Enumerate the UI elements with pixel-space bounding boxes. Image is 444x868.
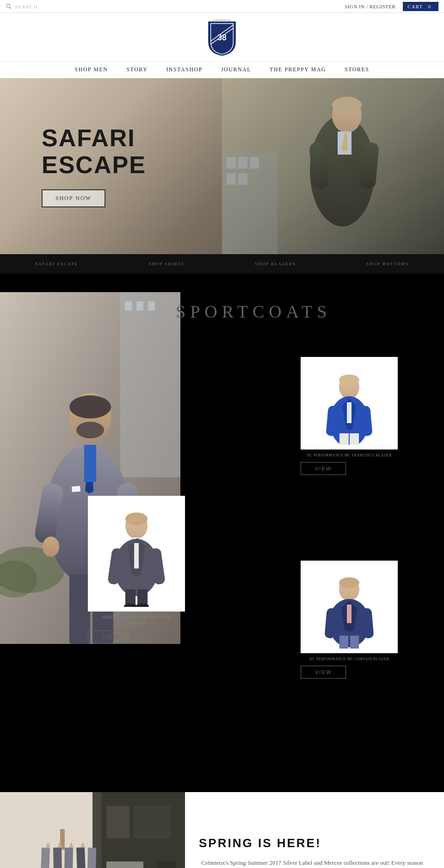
svg-rect-49: [350, 433, 359, 445]
svg-rect-17: [250, 157, 259, 169]
svg-rect-37: [69, 575, 90, 644]
hero-cta-button[interactable]: SHOP NOW: [42, 189, 105, 207]
svg-point-52: [125, 512, 148, 525]
nav-preppy-mag[interactable]: THE PREPPY MAG: [270, 66, 326, 73]
svg-rect-95: [106, 806, 130, 838]
svg-rect-16: [238, 157, 247, 169]
svg-rect-97: [106, 862, 143, 868]
hero-image: [222, 78, 444, 254]
svg-rect-33: [84, 445, 96, 482]
svg-rect-57: [134, 543, 139, 568]
nav-shop-men[interactable]: SHOP MEN: [75, 66, 108, 73]
hero-banner: SAFARI ESCAPE SHOP NOW: [0, 78, 444, 254]
svg-text:38: 38: [217, 33, 227, 42]
nav-instashop[interactable]: INSTASHOP: [166, 66, 203, 73]
main-nav: SHOP MEN STORY INSTASHOP JOURNAL THE PRE…: [0, 61, 444, 78]
svg-rect-99: [157, 862, 176, 868]
svg-rect-18: [227, 173, 236, 185]
svg-point-9: [332, 97, 362, 113]
svg-rect-48: [339, 433, 349, 445]
navy-blazer-product-image: [310, 565, 388, 649]
svg-rect-24: [148, 301, 155, 311]
svg-rect-19: [238, 173, 247, 185]
svg-rect-31: [72, 486, 80, 492]
svg-point-29: [69, 395, 111, 418]
top-bar: SEARCH SIGN IN / REGISTER CART 0: [0, 0, 444, 13]
nav-stores[interactable]: STORES: [345, 66, 369, 73]
journal-body: Crémieux's Spring Summer 2017 Silver Lab…: [199, 858, 426, 868]
brand-logo: 38 CRÉMIEUX: [206, 19, 238, 56]
top-bar-right: SIGN IN / REGISTER CART 0: [345, 2, 438, 11]
svg-rect-75: [350, 636, 359, 649]
logo-area[interactable]: 38 CRÉMIEUX: [0, 13, 444, 61]
product-card-right-2: DC PERFORMANCE MC CORSAIR BLAZER VIEW: [301, 561, 398, 679]
journal-section: LA SÉLECTION CRÉIMIEUX, FRANÇAIS ET INTE…: [0, 774, 444, 868]
category-item-shirts[interactable]: SHOP SHIRTS: [148, 262, 184, 266]
view-button-right1[interactable]: VIEW: [301, 462, 346, 475]
svg-point-66: [339, 577, 359, 588]
svg-text:CRÉMIEUX: CRÉMIEUX: [213, 19, 231, 21]
svg-rect-81: [53, 848, 62, 868]
category-item-bottoms[interactable]: SHOP BOTTOMS: [366, 262, 409, 266]
hero-title: SAFARI ESCAPE: [42, 125, 146, 178]
journal-title: SPRING IS HERE!: [199, 836, 426, 850]
grey-blazer-product-image: [95, 500, 178, 607]
category-strip: SAFARI ESCAPE SHOP SHIRTS SHOP BLAZERS S…: [0, 254, 444, 274]
cart-label: CART: [407, 4, 423, 9]
blue-blazer-product-image: [310, 362, 388, 445]
svg-rect-15: [227, 157, 236, 169]
svg-point-36: [43, 537, 59, 557]
view-button-center[interactable]: VIEW: [88, 631, 133, 643]
cart-count: 0: [426, 4, 434, 9]
journal-store-photo: LA SÉLECTION CRÉIMIEUX, FRANÇAIS ET INTE…: [0, 792, 185, 868]
product-card-center: DANIEL CRÉMIEUX FINE THE BLAZER VIEW: [88, 496, 185, 643]
nav-journal[interactable]: JOURNAL: [221, 66, 251, 73]
sportcoats-title: SPORTCOATS: [176, 292, 444, 322]
product-card-right-1: DC PERFORMANCE MC FRANCISCO BLAZER VIEW: [301, 357, 398, 475]
svg-point-0: [6, 4, 10, 7]
product-label-center: DANIEL CRÉMIEUX FINE THE BLAZER: [88, 614, 185, 626]
svg-rect-22: [125, 301, 132, 311]
hero-text-block: SAFARI ESCAPE SHOP NOW: [0, 125, 146, 207]
search-icon: [6, 3, 12, 10]
svg-rect-21: [120, 292, 180, 477]
svg-rect-23: [136, 301, 143, 311]
product-label-right2: DC PERFORMANCE MC CORSAIR BLAZER: [301, 657, 398, 661]
svg-point-30: [76, 422, 104, 438]
svg-rect-71: [347, 605, 352, 623]
svg-point-41: [339, 375, 359, 386]
category-item-blazers[interactable]: SHOP BLAZERS: [255, 262, 296, 266]
svg-line-1: [10, 7, 12, 9]
svg-rect-84: [87, 848, 96, 868]
nav-story[interactable]: STORY: [126, 66, 148, 73]
svg-rect-45: [347, 402, 352, 423]
view-button-right2[interactable]: VIEW: [301, 666, 346, 679]
search-area[interactable]: SEARCH: [6, 3, 37, 10]
svg-rect-74: [339, 636, 348, 649]
svg-rect-96: [134, 806, 171, 838]
store-photo-image: LA SÉLECTION CRÉIMIEUX, FRANÇAIS ET INTE…: [0, 792, 185, 868]
hero-person-figure: [222, 78, 444, 254]
journal-content-block: SPRING IS HERE! Crémieux's Spring Summer…: [180, 792, 444, 868]
svg-rect-82: [64, 848, 73, 868]
sign-in-link[interactable]: SIGN IN / REGISTER: [345, 4, 395, 9]
sportcoats-section: SPORTCOATS: [0, 274, 444, 774]
cart-button[interactable]: CART 0: [403, 2, 438, 11]
search-placeholder: SEARCH: [15, 4, 37, 9]
product-label-right1: DC PERFORMANCE MC FRANCISCO BLAZER: [301, 453, 398, 457]
category-item-safari[interactable]: SAFARI ESCAPE: [35, 262, 78, 266]
